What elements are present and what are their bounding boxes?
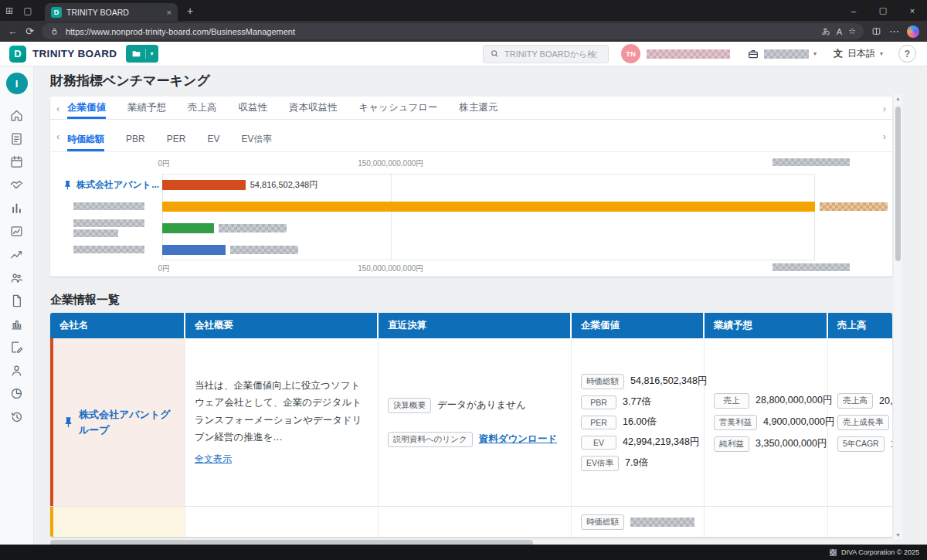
- sidebar-avatar[interactable]: I: [6, 73, 28, 94]
- sidebar-item-form[interactable]: [5, 127, 29, 150]
- pin-icon[interactable]: [63, 180, 73, 190]
- global-search[interactable]: [483, 45, 609, 63]
- workspace-switcher-button[interactable]: ▾: [126, 45, 158, 63]
- page-title: 財務指標ベンチマーキング: [50, 72, 210, 90]
- sidebar-item-user[interactable]: [5, 358, 29, 382]
- refresh-icon[interactable]: ⟳: [25, 25, 34, 37]
- org-selector[interactable]: ▾: [747, 48, 817, 60]
- metric-value: 20,9: [879, 395, 892, 406]
- submetric-tab-bar: ‹ 時価総額 PBR PER EV EV倍率 ›: [50, 120, 892, 152]
- tab-shihon-shuekisei[interactable]: 資本収益性: [289, 97, 338, 119]
- company-name-cell: 株式会社アバントグループ: [50, 338, 185, 506]
- sidebar-item-report[interactable]: [5, 289, 29, 312]
- chart-axis-bottom: 0円 150,000,000,000円: [162, 263, 815, 273]
- vertical-scrollbar[interactable]: ▲ ▼: [894, 94, 902, 539]
- tabs-scroll-left-icon[interactable]: ‹: [56, 102, 59, 114]
- workspaces-icon[interactable]: ▢: [19, 5, 37, 16]
- subtab-per[interactable]: PER: [167, 127, 186, 151]
- metric-chip: EV: [581, 436, 616, 450]
- sidebar-item-meeting[interactable]: [5, 173, 29, 196]
- subtabs-scroll-right-icon[interactable]: ›: [883, 130, 886, 141]
- chevron-down-icon: ▾: [813, 50, 817, 57]
- company-name-link[interactable]: 株式会社アバントグループ: [79, 407, 177, 437]
- metric-chip: 売上成長率: [837, 415, 889, 430]
- tab-cashflow[interactable]: キャッシュフロー: [359, 97, 438, 119]
- lock-icon[interactable]: [49, 26, 59, 36]
- metric-value: 7.9倍: [625, 456, 648, 470]
- sales-cell: 売上高20,9 売上成長率1 5年CAGR12: [828, 338, 892, 506]
- sidebar-item-home[interactable]: [5, 104, 29, 127]
- subtabs-scroll-left-icon[interactable]: ‹: [56, 130, 59, 141]
- tab-close-icon[interactable]: ×: [167, 8, 171, 17]
- tab-actions-icon[interactable]: ⊞: [0, 5, 19, 16]
- subtab-jikasogaku[interactable]: 時価総額: [67, 127, 104, 151]
- url-text[interactable]: https://www.nonprod-trinity-board.com/Bu…: [66, 27, 295, 36]
- sidebar-item-history[interactable]: [5, 405, 29, 428]
- chart-bar[interactable]: [162, 223, 214, 233]
- scroll-up-icon[interactable]: ▲: [894, 96, 902, 101]
- sidebar-item-calendar[interactable]: [5, 150, 29, 173]
- copilot-icon[interactable]: [907, 25, 919, 38]
- browser-tab[interactable]: D TRINITY BOARD ×: [45, 3, 178, 21]
- translate-icon[interactable]: あ: [822, 25, 830, 37]
- col-sales: 売上高: [828, 313, 892, 338]
- sidebar-item-dashboard[interactable]: [5, 219, 29, 243]
- browser-titlebar: ⊞ ▢ D TRINITY BOARD × + – ▢ ×: [0, 0, 927, 21]
- chart-company-label: [50, 219, 162, 237]
- tab-kigyokachi[interactable]: 企業価値: [67, 97, 106, 119]
- split-screen-icon[interactable]: [871, 26, 881, 36]
- subtab-ev[interactable]: EV: [207, 127, 219, 151]
- chart-bar-value: [820, 202, 888, 211]
- sidebar-item-benchmark[interactable]: [5, 196, 29, 219]
- language-selector[interactable]: 文 日本語 ▾: [834, 47, 883, 60]
- chart-company-label[interactable]: 株式会社アバント...: [50, 178, 162, 192]
- address-bar[interactable]: https://www.nonprod-trinity-board.com/Bu…: [42, 23, 864, 39]
- search-input[interactable]: [504, 49, 597, 59]
- tab-shuekisei[interactable]: 収益性: [239, 97, 268, 119]
- show-full-text-link[interactable]: 全文表示: [195, 451, 232, 468]
- vertical-scrollbar-thumb[interactable]: [895, 107, 901, 261]
- metric-value: 54,816,502,348円: [630, 375, 707, 388]
- tab-gyoseki-yoso[interactable]: 業績予想: [127, 97, 166, 119]
- chart-row: [50, 217, 815, 239]
- tabs-scroll-right-icon[interactable]: ›: [883, 102, 886, 114]
- sidebar-item-org[interactable]: [5, 266, 29, 289]
- sidebar-item-analysis[interactable]: [5, 312, 29, 335]
- download-link[interactable]: 資料ダウンロード: [479, 433, 557, 446]
- main-content: 財務指標ベンチマーキング ‹ 企業価値 業績予想 売上高 収益性 資本収益性 キ…: [34, 66, 927, 545]
- subtab-ev-bairitsu[interactable]: EV倍率: [241, 127, 272, 151]
- sidebar-item-edit[interactable]: [5, 335, 29, 358]
- new-tab-button[interactable]: +: [187, 5, 193, 17]
- favorite-star-icon[interactable]: ☆: [848, 26, 856, 36]
- scroll-down-icon[interactable]: ▼: [894, 532, 902, 538]
- chart-bar[interactable]: [162, 245, 226, 255]
- status-bar: DIVA Corporation © 2025: [0, 545, 927, 560]
- user-avatar[interactable]: TN: [621, 44, 640, 63]
- tab-uriage[interactable]: 売上高: [188, 97, 217, 119]
- metric-value: 16.00倍: [623, 416, 657, 429]
- calendar-icon: [9, 154, 24, 169]
- window-minimize-button[interactable]: –: [839, 0, 868, 21]
- window-close-button[interactable]: ×: [898, 0, 927, 21]
- chart-bar-value: [230, 246, 298, 254]
- chart-row: 株式会社アバント...54,816,502,348円: [50, 174, 815, 195]
- window-maximize-button[interactable]: ▢: [868, 0, 898, 21]
- benchmark-card: ‹ 企業価値 業績予想 売上高 収益性 資本収益性 キャッシュフロー 株主還元 …: [50, 97, 892, 277]
- company-name-link[interactable]: 株式会社アバント...: [76, 178, 159, 192]
- summary-text: データがありません: [437, 399, 526, 412]
- company-table-card: 会社名 会社概要 直近決算 企業価値 業績予想 売上高 株式会社アバントグループ…: [50, 313, 892, 537]
- sidebar-item-pie[interactable]: [5, 382, 29, 405]
- pin-icon[interactable]: [63, 416, 74, 428]
- back-icon[interactable]: ←: [8, 25, 18, 37]
- chart-bar[interactable]: [162, 202, 815, 212]
- app-logo-icon[interactable]: D: [9, 46, 26, 63]
- tab-kabunushi-kangen[interactable]: 株主還元: [460, 97, 498, 119]
- read-aloud-icon[interactable]: A: [837, 27, 842, 36]
- sales-cell: [828, 507, 892, 537]
- overview-text: 当社は、企業価値向上に役立つソフトウェア会社として、企業のデジタルトランスフォー…: [195, 377, 368, 446]
- chart-bar[interactable]: [162, 180, 246, 190]
- subtab-pbr[interactable]: PBR: [126, 127, 145, 151]
- settings-more-icon[interactable]: ⋯: [889, 25, 899, 37]
- help-button[interactable]: ?: [898, 45, 916, 63]
- sidebar-item-trend[interactable]: [5, 243, 29, 266]
